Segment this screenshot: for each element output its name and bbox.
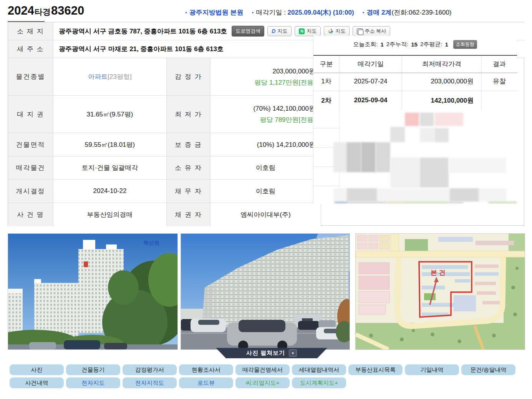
- case-name-label: 사 건 명: [8, 203, 53, 226]
- start-label: 개시결정: [8, 180, 53, 203]
- case-type: 타경: [35, 7, 51, 17]
- appraisal-label: 감 정 가: [167, 58, 210, 96]
- dept-name: 경매 2계: [366, 9, 391, 16]
- acc-views: 15: [411, 41, 418, 48]
- location-map[interactable]: 본 건: [355, 233, 525, 350]
- map-menu-row: 사건내역 전자지도 전자지적도 로드뷰 씨:리얼지도+ 도시계획지도+: [10, 377, 346, 388]
- kind-label: 물건종별: [8, 58, 53, 96]
- addr-value: 광주광역시 서구 금호동 787, 중흥아파트 101동 6층 613호: [59, 27, 227, 36]
- menu-cityplan-map-button[interactable]: 도시계획지도+: [292, 377, 346, 388]
- bldg-value: 59.55㎡(18.01평): [53, 133, 167, 156]
- photo-expand-bar[interactable]: 사진 펼쳐보기: [216, 348, 327, 358]
- addr-buttons: 도로명검색 D지도 N지도 지도 주소 복사: [232, 26, 390, 37]
- naver-map-button[interactable]: N지도: [295, 26, 321, 36]
- menu-building-register-button[interactable]: 건물등기: [66, 364, 120, 375]
- kind-extra: [23평형]: [108, 72, 131, 81]
- menu-emap-button[interactable]: 전자지도: [66, 377, 120, 388]
- land-label: 대 지 권: [8, 96, 53, 133]
- schedule-col-price: 최저매각가격: [402, 56, 481, 72]
- menu-appraisal-report-button[interactable]: 감정평가서: [123, 364, 177, 375]
- date-1: 2025-07-24: [339, 72, 402, 91]
- schedule-col-date: 매각기일: [339, 56, 402, 72]
- copy-icon: [357, 28, 363, 34]
- naver-map-label: 지도: [307, 28, 317, 35]
- menu-date-history-button[interactable]: 기일내역: [405, 364, 459, 375]
- price-1: 203,000,000원: [402, 72, 481, 91]
- avg-views-label: 2주평균:: [420, 41, 443, 48]
- google-map-label: 지도: [335, 28, 345, 35]
- copy-address-button[interactable]: 주소 복사: [353, 26, 390, 36]
- road-name-search-button[interactable]: 도로명검색: [232, 26, 264, 37]
- photo-expand-label: 사진 펼쳐보기: [246, 349, 285, 357]
- round-2: 2차: [313, 91, 339, 110]
- appraisal-value: 203,000,000원: [272, 67, 315, 76]
- photo-watermark: 북선원: [143, 239, 159, 246]
- daum-map-button[interactable]: D지도: [267, 26, 292, 36]
- menu-photos-button[interactable]: 사진: [10, 364, 64, 375]
- creditor-value: 엠씨아이대부(주): [210, 203, 321, 226]
- appraisal-cell: 203,000,000원 평당 1,127만원[전용]: [210, 58, 321, 96]
- view-trend-button[interactable]: 조회동향: [453, 40, 477, 49]
- menu-seereal-map-button[interactable]: 씨:리얼지도+: [235, 377, 290, 388]
- property-photo-2[interactable]: [181, 233, 350, 350]
- kind-value-link[interactable]: 아파트: [88, 72, 108, 81]
- start-value: 2024-10-22: [53, 180, 167, 203]
- menu-case-history-button[interactable]: 사건내역: [10, 377, 64, 388]
- sale-date-label: 매각기일 :: [256, 9, 285, 16]
- creditor-label: 채 권 자: [167, 203, 210, 226]
- owner-label: 소 유 자: [167, 156, 210, 180]
- case-year: 2024: [8, 4, 34, 18]
- deposit-cell: (10%) 14,210,000원: [210, 133, 321, 156]
- case-number: 83620: [51, 4, 84, 18]
- schedule-header-row: 구분 매각기일 최저매각가격 결과: [313, 55, 517, 73]
- acc-views-label: 2주누적:: [386, 41, 409, 48]
- min-price-cell: (70%) 142,100,000원 평당 789만원[전용]: [210, 96, 321, 133]
- court-name: 광주지방법원 본원: [185, 8, 244, 17]
- menu-household-record-button[interactable]: 세대열람내역서: [292, 364, 346, 375]
- new-addr-value: 광주광역시 서구 마재로 21, 중흥아파트 101동 6층 613호: [59, 45, 224, 53]
- owner-value: 이호림: [210, 156, 321, 180]
- date-2: 2025-09-04: [339, 91, 402, 110]
- dept-phone: (전화:062-239-1600): [392, 9, 452, 16]
- kind-cell: 아파트[23평형]: [53, 58, 167, 96]
- deposit-value: (10%) 14,210,000원: [257, 140, 315, 149]
- price-2: 142,100,000원: [402, 91, 481, 110]
- bldg-label: 건물면적: [8, 133, 53, 156]
- google-icon: [328, 28, 333, 34]
- sale-date: 2025.09.04(木) (10:00): [288, 9, 354, 16]
- avg-views: 1: [445, 41, 448, 48]
- property-photo-1[interactable]: 북선원: [8, 233, 178, 350]
- daum-map-label: 지도: [277, 28, 287, 35]
- menu-document-delivery-button[interactable]: 문건/송달내역: [461, 364, 515, 375]
- menu-cadastral-map-button[interactable]: 전자지적도: [123, 377, 177, 388]
- dept-group: 경매 2계(전화:062-239-1600): [363, 8, 452, 17]
- schedule-col-result: 결과: [481, 56, 517, 72]
- land-value: 31.65㎡(9.57평): [53, 96, 167, 133]
- min-price-label: 최 저 가: [167, 96, 210, 133]
- google-map-button[interactable]: 지도: [324, 26, 350, 36]
- sale-date-group: 매각기일 : 2025.09.04(木) (10:00): [252, 8, 354, 17]
- menu-status-survey-button[interactable]: 현황조사서: [179, 364, 233, 375]
- today-views: 1: [380, 41, 383, 48]
- round-1: 1차: [313, 72, 339, 91]
- today-views-label: 오늘조회:: [353, 41, 378, 48]
- menu-property-list-button[interactable]: 부동산표시목록: [348, 364, 403, 375]
- view-stats: 오늘조회:1 2주누적:15 2주평균:1 조회동향: [313, 40, 517, 49]
- object-label: 매각물건: [8, 156, 53, 180]
- min-price-value: (70%) 142,100,000원: [253, 104, 315, 113]
- result-1: 유찰: [481, 72, 517, 91]
- map-subject-marker: 본 건: [431, 269, 446, 276]
- schedule-row-2: 2차 2025-09-04 142,100,000원: [313, 91, 517, 110]
- chevron-down-icon[interactable]: [289, 349, 297, 357]
- debtor-label: 채 무 자: [167, 180, 210, 203]
- schedule-row-1: 1차 2025-07-24 203,000,000원 유찰: [313, 72, 517, 91]
- menu-sale-spec-button[interactable]: 매각물건명세서: [235, 364, 290, 375]
- deposit-label: 보 증 금: [167, 133, 210, 156]
- copy-address-label: 주소 복사: [365, 28, 386, 35]
- min-price-per-py: 평당 789만원[전용]: [260, 115, 315, 124]
- doc-menu-row: 사진 건물등기 감정평가서 현황조사서 매각물건명세서 세대열람내역서 부동산표…: [10, 364, 515, 375]
- new-addr-label: 새 주 소: [8, 40, 53, 58]
- case-name-value: 부동산임의경매: [53, 203, 167, 226]
- addr-label: 소 재 지: [8, 22, 53, 40]
- menu-roadview-button[interactable]: 로드뷰: [179, 377, 233, 388]
